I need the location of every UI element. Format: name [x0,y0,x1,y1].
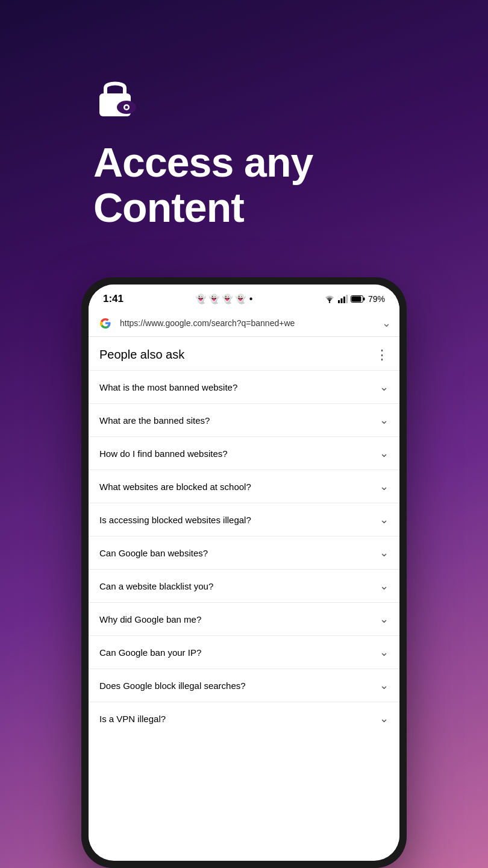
expand-icon-3: ⌄ [380,447,389,460]
snap-ghost-4: 👻 [235,294,246,304]
paa-item[interactable]: Can Google ban your IP? ⌄ [89,635,399,668]
paa-section: People also ask ⋮ What is the most banne… [89,337,399,735]
paa-item[interactable]: Is accessing blocked websites illegal? ⌄ [89,503,399,536]
expand-icon-5: ⌄ [380,513,389,526]
svg-rect-5 [338,300,340,303]
phone-inner: 1:41 👻 👻 👻 👻 • [89,285,399,861]
search-results: People also ask ⋮ What is the most banne… [89,337,399,853]
lock-eye-icon [93,72,142,121]
paa-item[interactable]: Can a website blacklist you? ⌄ [89,569,399,602]
expand-icon-9: ⌄ [380,646,389,659]
phone-mockup: 1:41 👻 👻 👻 👻 • [81,277,407,868]
paa-item[interactable]: How do I find banned websites? ⌄ [89,436,399,470]
paa-question-5: Is accessing blocked websites illegal? [99,515,380,525]
snap-ghost-1: 👻 [195,294,207,304]
snap-ghosts: 👻 👻 👻 👻 • [195,294,253,304]
paa-question-4: What websites are blocked at school? [99,482,380,492]
hero-title: Access any Content [93,140,313,230]
google-logo [97,315,114,332]
paa-item[interactable]: Is a VPN illegal? ⌄ [89,702,399,735]
snap-ghost-3: 👻 [222,294,233,304]
paa-item[interactable]: What is the most banned website? ⌄ [89,370,399,403]
paa-question-3: How do I find banned websites? [99,448,380,459]
snap-dot: • [249,294,253,304]
svg-rect-10 [351,297,361,302]
svg-point-4 [329,301,330,303]
svg-point-3 [125,106,128,109]
paa-item[interactable]: What are the banned sites? ⌄ [89,403,399,436]
paa-item[interactable]: Does Google block illegal searches? ⌄ [89,668,399,702]
expand-icon-4: ⌄ [380,480,389,493]
snap-ghost-2: 👻 [208,294,220,304]
status-time: 1:41 [103,293,124,305]
paa-question-2: What are the banned sites? [99,415,380,426]
paa-question-9: Can Google ban your IP? [99,647,380,658]
expand-icon-10: ⌄ [380,679,389,692]
paa-question-8: Why did Google ban me? [99,614,380,624]
paa-question-1: What is the most banned website? [99,382,380,392]
svg-rect-8 [346,295,348,303]
address-bar-chevron-icon[interactable]: ⌄ [382,316,391,330]
svg-rect-6 [340,298,342,303]
svg-rect-7 [343,297,345,303]
battery-percentage: 79% [368,294,385,304]
paa-item[interactable]: Can Google ban websites? ⌄ [89,536,399,569]
expand-icon-2: ⌄ [380,414,389,427]
expand-icon-11: ⌄ [380,712,389,725]
paa-item[interactable]: Why did Google ban me? ⌄ [89,602,399,635]
more-options-icon[interactable]: ⋮ [375,348,389,362]
hero-section: Access any Content [93,72,313,230]
expand-icon-1: ⌄ [380,380,389,394]
expand-icon-7: ⌄ [380,579,389,593]
expand-icon-8: ⌄ [380,612,389,626]
lock-icon-container [93,72,313,123]
address-url[interactable]: https://www.google.com/search?q=banned+w… [120,318,376,328]
battery-icon [351,295,365,303]
signal-icon [338,295,348,303]
svg-rect-11 [363,298,365,301]
paa-question-6: Can Google ban websites? [99,548,380,558]
paa-question-7: Can a website blacklist you? [99,581,380,591]
paa-header: People also ask ⋮ [89,337,399,370]
address-bar[interactable]: https://www.google.com/search?q=banned+w… [89,310,399,337]
paa-item[interactable]: What websites are blocked at school? ⌄ [89,470,399,503]
paa-question-10: Does Google block illegal searches? [99,681,380,691]
status-right: 79% [324,294,385,304]
status-bar: 1:41 👻 👻 👻 👻 • [89,285,399,310]
paa-question-11: Is a VPN illegal? [99,714,380,724]
wifi-icon [324,295,335,303]
expand-icon-6: ⌄ [380,546,389,559]
paa-title: People also ask [99,348,184,362]
